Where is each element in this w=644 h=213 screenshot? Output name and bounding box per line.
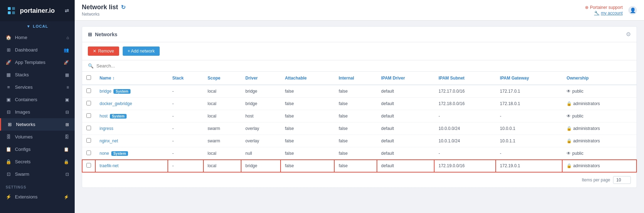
dashboard-icon-right: 👥: [64, 48, 69, 53]
sidebar-item-secrets[interactable]: 🔒 Secrets 🔒: [0, 155, 75, 168]
cell-driver: null: [241, 147, 281, 160]
add-network-button[interactable]: + Add network: [123, 47, 160, 56]
cell-ipam-driver: default: [377, 160, 435, 172]
sidebar-item-label: Volumes: [15, 134, 61, 140]
cell-scope: local: [203, 85, 241, 98]
sidebar: portainer.io ⇄ ▼ LOCAL 🏠 Home ⌂ ⊞ Dashbo…: [0, 0, 75, 213]
svg-rect-3: [12, 11, 15, 14]
ownership-badge: 👁 public: [566, 89, 632, 94]
cell-ipam-gateway: -: [496, 110, 563, 122]
col-stack[interactable]: Stack: [168, 72, 203, 85]
row-checkbox[interactable]: [86, 88, 91, 93]
sidebar-item-configs[interactable]: 📋 Configs 📋: [0, 143, 75, 155]
images-icon: ⊟: [6, 109, 11, 115]
ownership-badge: 🔒 administrators: [566, 138, 600, 143]
col-attachable[interactable]: Attachable: [281, 72, 334, 85]
cell-driver: overlay: [241, 122, 281, 135]
row-checkbox[interactable]: [86, 101, 91, 105]
lock-icon: 🔒: [566, 138, 572, 143]
sidebar-item-label: Networks: [16, 122, 62, 127]
col-ownership[interactable]: Ownership: [562, 72, 637, 85]
row-checkbox[interactable]: [86, 151, 91, 155]
sidebar-item-extensions[interactable]: ⚡ Extensions ⚡: [0, 191, 75, 203]
cell-ownership: 🔒 administrators: [562, 98, 637, 110]
ownership-badge: 🔒 administrators: [566, 163, 600, 168]
col-driver[interactable]: Driver: [241, 72, 281, 85]
row-checkbox-cell: [82, 147, 95, 160]
page-title: Network list ↻: [82, 4, 126, 11]
select-all-checkbox[interactable]: [86, 75, 91, 80]
avatar[interactable]: 👤: [628, 6, 637, 15]
switch-endpoint-icon[interactable]: ⇄: [65, 8, 69, 13]
cell-internal: false: [334, 135, 377, 147]
ownership-label: administrators: [573, 138, 600, 143]
sidebar-item-volumes[interactable]: 🗄 Volumes 🗄: [0, 131, 75, 143]
items-per-page-input[interactable]: [613, 176, 631, 184]
support-link[interactable]: ⊗ Portainer support: [585, 5, 623, 10]
network-name-link[interactable]: nginx_net: [100, 138, 118, 143]
cell-driver: host: [241, 110, 281, 122]
account-link[interactable]: 🔧 my account: [594, 11, 623, 16]
row-checkbox-cell: [82, 85, 95, 98]
sidebar-logo: portainer.io ⇄: [0, 0, 75, 21]
row-checkbox[interactable]: [86, 163, 91, 168]
volumes-icon: 🗄: [6, 134, 11, 140]
page-title-area: Network list ↻ Networks: [82, 4, 126, 17]
cell-attachable: false: [281, 110, 334, 122]
col-ipam-subnet[interactable]: IPAM Subnet: [434, 72, 496, 85]
cell-ipam-gateway: 172.18.0.1: [496, 98, 563, 110]
network-name-link[interactable]: ingress: [100, 126, 113, 131]
row-checkbox[interactable]: [86, 126, 91, 130]
network-name-link[interactable]: docker_gwbridge: [100, 101, 132, 106]
sidebar-item-label: Stacks: [15, 72, 62, 77]
refresh-icon[interactable]: ↻: [121, 4, 126, 11]
panel-settings-icon[interactable]: ⚙: [626, 31, 631, 38]
cell-ipam-subnet: -: [434, 147, 496, 160]
sidebar-item-stacks[interactable]: ▦ Stacks ▦: [0, 69, 75, 81]
cell-ownership: 🔒 administrators: [562, 135, 637, 147]
sidebar-item-containers[interactable]: ▣ Containers ▣: [0, 93, 75, 106]
sidebar-item-services[interactable]: ≡ Services ≡: [0, 81, 75, 93]
network-name-link[interactable]: none: [100, 151, 109, 156]
sidebar-item-images[interactable]: ⊟ Images ⊟: [0, 106, 75, 118]
cell-internal: false: [334, 160, 377, 172]
svg-rect-2: [12, 7, 15, 10]
networks-icon: ⊞: [7, 122, 12, 127]
panel-title: ⊞ Networks: [88, 32, 117, 37]
col-ipam-gateway[interactable]: IPAM Gateway: [496, 72, 563, 85]
row-checkbox[interactable]: [86, 113, 91, 118]
configs-icon-right: 📋: [64, 147, 69, 152]
services-icon-right: ≡: [66, 85, 69, 90]
sidebar-item-label: Images: [15, 109, 62, 115]
cell-ipam-gateway: 10.0.1.1: [496, 135, 563, 147]
network-name-link[interactable]: bridge: [100, 89, 111, 94]
eye-icon: 👁: [566, 114, 571, 119]
sidebar-item-swarm[interactable]: ⊡ Swarm ⊡: [0, 168, 75, 180]
eye-icon: 👁: [566, 89, 571, 94]
sidebar-item-dashboard[interactable]: ⊞ Dashboard 👥: [0, 44, 75, 56]
cell-ownership: 👁 public: [562, 147, 637, 160]
support-icon: ⊗: [585, 5, 589, 10]
search-bar: 🔍: [82, 60, 637, 72]
sidebar-item-app-templates[interactable]: 🚀 App Templates 🚀: [0, 56, 75, 69]
remove-button[interactable]: ✕ Remove: [88, 47, 119, 56]
col-scope[interactable]: Scope: [203, 72, 241, 85]
extensions-icon-right: ⚡: [64, 195, 69, 200]
row-checkbox[interactable]: [86, 138, 91, 143]
cell-stack: -: [168, 147, 203, 160]
col-ipam-driver[interactable]: IPAM Driver: [377, 72, 435, 85]
col-name[interactable]: Name ↕: [95, 72, 168, 85]
search-input[interactable]: [96, 63, 203, 69]
cell-stack: -: [168, 160, 203, 172]
sidebar-item-home[interactable]: 🏠 Home ⌂: [0, 31, 75, 44]
network-name-link[interactable]: host: [100, 114, 108, 119]
network-name-link[interactable]: traefik-net: [100, 163, 118, 168]
dashboard-icon: ⊞: [6, 47, 11, 53]
cell-scope: local: [203, 147, 241, 160]
lock-icon: 🔒: [566, 126, 572, 131]
ownership-label: public: [572, 89, 583, 94]
col-internal[interactable]: Internal: [334, 72, 377, 85]
svg-rect-1: [8, 11, 11, 14]
content-area: ⊞ Networks ⚙ ✕ Remove + Add network 🔍: [75, 21, 644, 213]
sidebar-item-networks[interactable]: ⊞ Networks ⊞: [0, 118, 75, 131]
